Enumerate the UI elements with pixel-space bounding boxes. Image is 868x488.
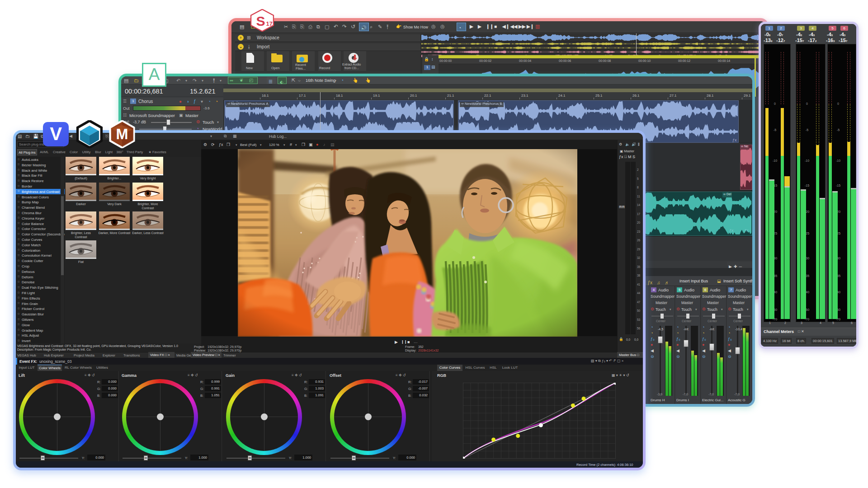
svg-text:17: 17 [266,20,273,27]
svg-text:M: M [116,126,128,142]
svg-text:S: S [256,14,265,28]
